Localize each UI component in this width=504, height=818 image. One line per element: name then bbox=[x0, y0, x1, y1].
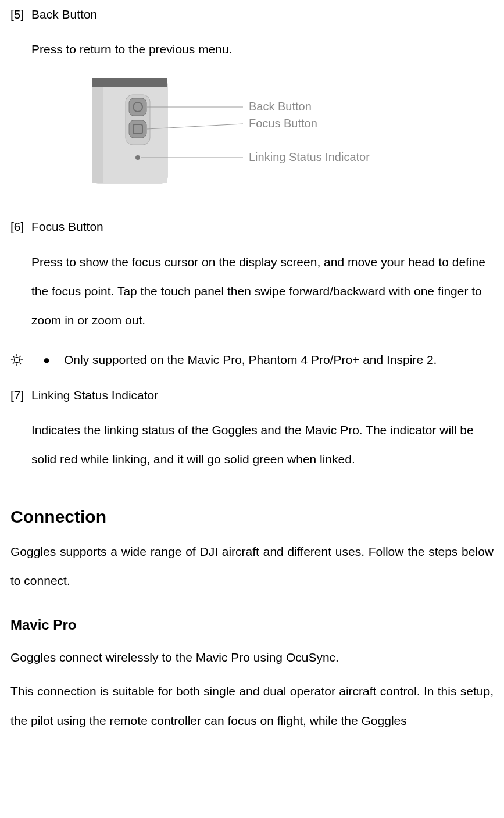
item-7-title: Linking Status Indicator bbox=[31, 381, 494, 410]
svg-rect-2 bbox=[92, 78, 103, 183]
device-diagram: Back Button Focus Button Linking Status … bbox=[10, 78, 494, 199]
note-bullet: ● bbox=[43, 349, 64, 370]
diagram-label-linking: Linking Status Indicator bbox=[249, 151, 370, 163]
item-6-number: [6] bbox=[10, 212, 31, 344]
svg-point-9 bbox=[135, 155, 140, 160]
item-5-desc: Press to return to the previous menu. bbox=[31, 35, 494, 64]
item-6-title: Focus Button bbox=[31, 212, 494, 241]
svg-rect-3 bbox=[92, 78, 167, 87]
note-text: Only supported on the Mavic Pro, Phantom… bbox=[64, 349, 494, 371]
svg-point-13 bbox=[14, 357, 19, 362]
item-5-number: [5] bbox=[10, 0, 31, 73]
svg-line-21 bbox=[20, 356, 21, 357]
tip-icon bbox=[10, 353, 23, 366]
item-5-title: Back Button bbox=[31, 0, 494, 29]
svg-line-18 bbox=[13, 356, 14, 357]
svg-rect-5 bbox=[129, 98, 146, 116]
mavic-p1: Goggles connect wirelessly to the Mavic … bbox=[10, 643, 494, 672]
diagram-label-back: Back Button bbox=[249, 100, 312, 113]
diagram-label-focus: Focus Button bbox=[249, 117, 317, 130]
note-block: ● Only supported on the Mavic Pro, Phant… bbox=[0, 344, 504, 376]
item-6: [6] Focus Button Press to show the focus… bbox=[10, 212, 494, 344]
connection-intro: Goggles supports a wide range of DJI air… bbox=[10, 537, 494, 596]
item-7-desc: Indicates the linking status of the Gogg… bbox=[31, 416, 494, 474]
connection-heading: Connection bbox=[10, 505, 494, 529]
device-diagram-svg: Back Button Focus Button Linking Status … bbox=[92, 78, 423, 189]
svg-line-20 bbox=[13, 362, 14, 363]
svg-rect-7 bbox=[129, 120, 146, 138]
item-5: [5] Back Button Press to return to the p… bbox=[10, 0, 494, 73]
mavic-p2: This connection is suitable for both sin… bbox=[10, 677, 494, 735]
svg-line-19 bbox=[20, 362, 21, 363]
item-7-number: [7] bbox=[10, 381, 31, 483]
item-7: [7] Linking Status Indicator Indicates t… bbox=[10, 381, 494, 483]
mavic-heading: Mavic Pro bbox=[10, 615, 494, 635]
item-6-desc: Press to show the focus cursor on the di… bbox=[31, 248, 494, 335]
